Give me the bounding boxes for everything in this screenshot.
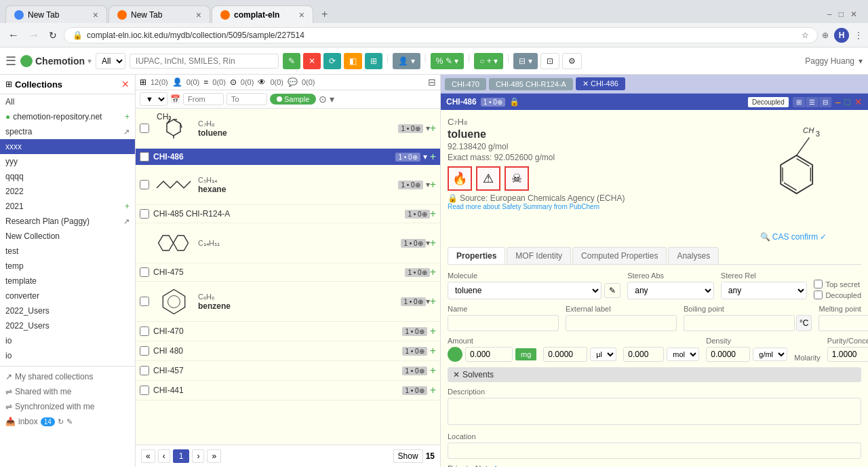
sidebar-item-io-2[interactable]: io [0,348,135,363]
sidebar-item-2021[interactable]: 2021 + [0,199,135,214]
share-btn-1[interactable]: ⟳ [323,53,341,69]
chi457-checkbox[interactable] [140,366,149,375]
top-secret-checkbox[interactable] [814,280,823,288]
forward-button[interactable]: → [26,28,42,43]
chi441-add-btn[interactable]: + [430,384,436,396]
hexane-checkbox[interactable] [140,180,149,189]
list-item-naphthalene[interactable]: C₁₄H₁₁ 1 • 0⊕ ▾ + [136,223,440,263]
mol-input[interactable] [623,347,664,362]
chi470-checkbox[interactable] [140,326,149,336]
sidebar-item-all[interactable]: All [0,94,135,109]
chi486-add-btn[interactable]: + [430,151,436,163]
stereo-abs-select[interactable]: any [627,282,714,299]
volume-input[interactable] [543,347,587,362]
restore-button[interactable]: □ [839,10,844,19]
page-prev-btn[interactable]: ‹ [158,449,170,463]
sidebar-item-qqqq[interactable]: qqqq [0,169,135,184]
list-item-chi480[interactable]: CHI 480 1 • 0⊕ + [136,341,440,361]
sidebar-item-new-collection[interactable]: New Collection [0,229,135,244]
detail-tab-chi470[interactable]: CHI-470 [445,78,486,90]
page-last-btn[interactable]: » [207,449,221,463]
sidebar-shared-with-me[interactable]: ⇌ Shared with me [0,384,135,399]
list-item-chi486-header[interactable]: CHI-486 1 • 0⊕ ▾ + [136,149,440,165]
to-date[interactable] [226,93,267,105]
hazard-link[interactable]: Read more about Safety Summary from PubC… [448,203,719,210]
sidebar-my-shared[interactable]: ↗ My shared collections [0,369,135,384]
tab-1-close[interactable]: × [93,10,98,20]
detail-minimize-btn[interactable]: – [835,96,841,107]
tab-3[interactable]: complat-eln × [212,5,313,23]
sidebar-item-converter[interactable]: converter [0,288,135,303]
detail-close-btn[interactable]: ✕ [854,96,863,107]
delete-button[interactable]: ✕ [303,53,321,69]
list-item-hexane[interactable]: C₅H₁₄ hexane 1 • 0⊕ ▾ + [136,165,440,205]
molecule-select[interactable]: toluene [448,282,601,299]
list-item-chi470[interactable]: CHI-470 1 • 0⊕ + [136,322,440,341]
amber-btn[interactable]: ◧ [344,53,362,69]
page-1-btn[interactable]: 1 [173,449,190,463]
chi457-add-btn[interactable]: + [430,365,436,377]
from-date[interactable] [183,93,224,105]
chi486-checkbox[interactable] [140,152,149,162]
chi480-checkbox[interactable] [140,346,149,356]
purity-input[interactable] [827,347,868,362]
search-mode-select[interactable]: All [96,53,125,69]
url-bar-container[interactable]: 🔒 complat-eln.ioc.kit.edu/mydb/collectio… [64,27,818,43]
sidebar-item-test[interactable]: test [0,244,135,259]
add-2021-icon[interactable]: + [125,202,130,211]
density-input[interactable] [706,347,750,362]
layout-switch-icon[interactable]: ⊟ [428,77,436,88]
tab-properties[interactable]: Properties [448,247,505,264]
solvents-row[interactable]: ✕ Solvents [448,367,861,382]
edit-button[interactable]: ✎ [283,53,300,69]
sidebar-item-2022[interactable]: 2022 [0,184,135,199]
profile-icon[interactable]: H [834,28,849,43]
sample-toggle[interactable]: Sample [270,94,316,105]
view-btn-1[interactable]: ⊞ [793,97,805,107]
mol-unit-select[interactable]: mol [667,348,699,361]
teal-btn-2[interactable]: ⊞ [365,53,382,69]
share-research-icon[interactable]: ↗ [123,217,130,226]
chi470-add-btn[interactable]: + [430,325,436,337]
list-item-chi441[interactable]: CHI-441 1 • 0⊕ + [136,381,440,400]
chi475-checkbox[interactable] [140,267,149,277]
view-btn-2[interactable]: ☰ [806,97,818,107]
sidebar-item-io-1[interactable]: io [0,333,135,348]
filter-expand-btn[interactable]: ▾ [330,94,334,105]
volume-unit-select[interactable]: μl [590,348,616,361]
edit-inbox-icon[interactable]: ✎ [66,417,73,426]
show-btn[interactable]: Show [393,449,423,463]
molecule-edit-btn[interactable]: ✎ [604,283,620,298]
sidebar-item-spectra[interactable]: spectra ↗ [0,124,135,139]
sidebar-item-xxxx[interactable]: xxxx [0,139,135,154]
tab-mof-identity[interactable]: MOF Identity [507,247,571,264]
amount-color-btn[interactable] [448,347,462,362]
hexane-add-btn[interactable]: + [430,179,436,191]
chi485-add-btn[interactable]: + [430,208,436,220]
naph-add-btn[interactable]: + [430,237,436,249]
back-button[interactable]: ← [5,28,22,43]
share-icon[interactable]: ↗ [123,128,130,136]
sidebar-item-2022users-1[interactable]: 2022_Users [0,303,135,318]
list-item-chi457[interactable]: CHI-457 1 • 0⊕ + [136,361,440,381]
minimize-button[interactable]: – [827,10,832,19]
list-item-chi485[interactable]: CHI-485 CHI-R124-A 1 • 0⊕ + [136,205,440,223]
menu-icon[interactable]: ⋮ [854,31,863,40]
boiling-input[interactable] [684,315,795,331]
sidebar-close-icon[interactable]: ✕ [121,79,130,90]
sidebar-item-2022users-2[interactable]: 2022_Users [0,318,135,333]
sidebar-item-research-plan[interactable]: Research Plan (Paggy) ↗ [0,214,135,229]
sample-checkbox[interactable] [140,124,149,133]
cas-confirm-btn[interactable]: 🔍 CAS confirm ✓ [760,232,827,242]
repo-add-icon[interactable]: + [125,112,130,122]
tab-computed[interactable]: Computed Properties [572,247,667,264]
list-item-chi475[interactable]: CHI-475 1 • 0⊕ + [136,263,440,282]
filter-select[interactable]: ▼ [140,92,167,106]
reload-button[interactable]: ↻ [46,29,60,42]
tab-2-close[interactable]: × [196,10,201,20]
ext-label-input[interactable] [566,315,677,331]
sidebar-toggle[interactable]: ☰ [5,54,16,69]
name-input[interactable] [448,315,559,331]
extensions-icon[interactable]: ⊕ [822,31,829,40]
close-button[interactable]: ✕ [850,10,857,19]
